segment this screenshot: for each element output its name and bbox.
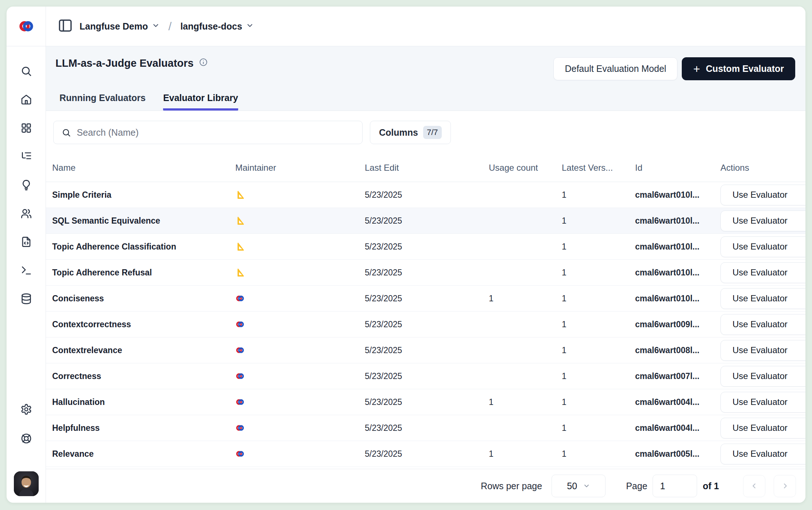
table-row[interactable]: Relevance 5/23/2025 1 1 cmal6wart005l...… — [46, 441, 805, 467]
column-header-latest-version[interactable]: Latest Vers... — [562, 163, 635, 173]
table-row[interactable]: Contextcorrectness 5/23/2025 1 cmal6wart… — [46, 312, 805, 337]
latest-version: 1 — [562, 371, 635, 381]
langfuse-logo-icon[interactable] — [7, 7, 46, 46]
maintainer-cell — [235, 294, 365, 303]
page-number-input[interactable] — [653, 475, 697, 497]
use-evaluator-button[interactable]: Use Evaluator — [720, 262, 805, 283]
project-name: langfuse-docs — [180, 21, 242, 32]
langfuse-logo-icon — [235, 294, 245, 303]
table-row[interactable]: Topic Adherence Refusal 5/23/2025 1 cmal… — [46, 260, 805, 286]
page-header: LLM-as-a-Judge Evaluators Default Evalua… — [46, 46, 805, 111]
use-evaluator-button[interactable]: Use Evaluator — [720, 236, 805, 257]
last-edit-date: 5/23/2025 — [365, 294, 489, 304]
tab-running-evaluators[interactable]: Running Evaluators — [59, 93, 146, 111]
use-evaluator-button[interactable]: Use Evaluator — [720, 340, 805, 361]
use-evaluator-button[interactable]: Use Evaluator — [720, 185, 805, 205]
last-edit-date: 5/23/2025 — [365, 345, 489, 355]
datasets-icon[interactable] — [20, 236, 32, 248]
breadcrumb-separator: / — [169, 20, 172, 33]
table-header-row: Name Maintainer Last Edit Usage count La… — [46, 154, 805, 182]
table-row[interactable]: Hallucination 5/23/2025 1 1 cmal6wart004… — [46, 389, 805, 415]
column-header-id[interactable]: Id — [635, 163, 720, 173]
default-evaluation-model-button[interactable]: Default Evaluation Model — [553, 57, 677, 80]
evaluator-name: Contextrelevance — [52, 345, 235, 355]
tab-evaluator-library[interactable]: Evaluator Library — [163, 93, 238, 111]
page-title: LLM-as-a-Judge Evaluators — [55, 57, 208, 69]
maintainer-cell — [235, 242, 365, 251]
use-evaluator-button[interactable]: Use Evaluator — [720, 392, 805, 413]
column-header-maintainer[interactable]: Maintainer — [235, 163, 365, 173]
column-header-last-edit[interactable]: Last Edit — [365, 163, 489, 173]
settings-gear-icon[interactable] — [20, 403, 32, 415]
langfuse-logo-icon — [235, 345, 245, 355]
use-evaluator-button[interactable]: Use Evaluator — [720, 210, 805, 231]
next-page-button[interactable] — [774, 475, 796, 497]
table-row[interactable]: Contextrelevance 5/23/2025 1 cmal6wart00… — [46, 337, 805, 363]
users-icon[interactable] — [20, 208, 32, 219]
evaluator-name: Topic Adherence Classification — [52, 242, 235, 252]
search-box — [53, 121, 363, 144]
page-total: of 1 — [703, 481, 719, 491]
home-icon[interactable] — [20, 94, 32, 105]
evaluator-name: Relevance — [52, 449, 235, 459]
playground-icon[interactable] — [20, 264, 32, 276]
pagination-footer: Rows per page 50 Page of 1 — [46, 469, 805, 503]
user-avatar[interactable] — [14, 471, 39, 496]
tracing-icon[interactable] — [20, 151, 32, 162]
evaluator-name: Helpfulness — [52, 423, 235, 433]
table-body: Simple Criteria 5/23/2025 1 cmal6wart010… — [46, 182, 805, 467]
evaluator-id: cmal6wart010l... — [635, 216, 720, 226]
table-row[interactable]: Helpfulness 5/23/2025 1 cmal6wart004l...… — [46, 415, 805, 441]
evaluator-name: SQL Semantic Equivalence — [52, 216, 235, 226]
langfuse-logo-icon — [235, 320, 245, 329]
ragas-triangle-icon — [235, 242, 245, 251]
previous-page-button[interactable] — [743, 475, 765, 497]
evaluator-name: Simple Criteria — [52, 190, 235, 200]
use-evaluator-button[interactable]: Use Evaluator — [720, 366, 805, 387]
topbar: Langfuse Demo / langfuse-docs — [46, 7, 805, 46]
custom-evaluator-button[interactable]: + Custom Evaluator — [682, 57, 795, 80]
org-name: Langfuse Demo — [80, 21, 148, 32]
rows-per-page-label: Rows per page — [481, 481, 542, 491]
use-evaluator-button[interactable]: Use Evaluator — [720, 314, 805, 335]
database-icon[interactable] — [20, 293, 32, 305]
table-row[interactable]: Simple Criteria 5/23/2025 1 cmal6wart010… — [46, 182, 805, 208]
org-switcher[interactable]: Langfuse Demo — [80, 21, 160, 32]
chevron-down-icon — [583, 482, 590, 490]
search-icon[interactable] — [20, 65, 32, 77]
column-header-name[interactable]: Name — [52, 163, 235, 173]
info-icon[interactable] — [199, 57, 208, 69]
table-row[interactable]: Conciseness 5/23/2025 1 1 cmal6wart010l.… — [46, 286, 805, 312]
dashboards-icon[interactable] — [20, 122, 32, 134]
use-evaluator-button[interactable]: Use Evaluator — [720, 288, 805, 309]
sidebar — [7, 7, 46, 503]
project-switcher[interactable]: langfuse-docs — [180, 21, 254, 32]
table-row[interactable]: SQL Semantic Equivalence 5/23/2025 1 cma… — [46, 208, 805, 234]
support-lifebuoy-icon[interactable] — [20, 433, 32, 444]
column-header-actions: Actions — [720, 163, 805, 173]
search-input[interactable] — [77, 127, 354, 138]
evaluator-id: cmal6wart009l... — [635, 320, 720, 329]
table-row[interactable]: Correctness 5/23/2025 1 cmal6wart007l...… — [46, 363, 805, 389]
latest-version: 1 — [562, 294, 635, 304]
evaluator-id: cmal6wart004l... — [635, 423, 720, 433]
sidebar-toggle-icon[interactable] — [58, 18, 73, 35]
evaluator-id: cmal6wart010l... — [635, 268, 720, 278]
latest-version: 1 — [562, 242, 635, 252]
table-row[interactable]: Topic Adherence Classification 5/23/2025… — [46, 234, 805, 260]
maintainer-cell — [235, 397, 365, 407]
prompts-icon[interactable] — [20, 179, 32, 191]
columns-button[interactable]: Columns 7/7 — [370, 121, 451, 144]
column-header-usage-count[interactable]: Usage count — [489, 163, 562, 173]
plus-icon: + — [693, 63, 700, 75]
ragas-triangle-icon — [235, 268, 245, 277]
use-evaluator-button[interactable]: Use Evaluator — [720, 418, 805, 438]
maintainer-cell — [235, 268, 365, 277]
evaluators-table: Name Maintainer Last Edit Usage count La… — [46, 154, 805, 469]
usage-count: 1 — [489, 397, 562, 407]
last-edit-date: 5/23/2025 — [365, 423, 489, 433]
maintainer-cell — [235, 423, 365, 433]
rows-per-page-select[interactable]: 50 — [552, 475, 606, 497]
last-edit-date: 5/23/2025 — [365, 449, 489, 459]
use-evaluator-button[interactable]: Use Evaluator — [720, 444, 805, 464]
